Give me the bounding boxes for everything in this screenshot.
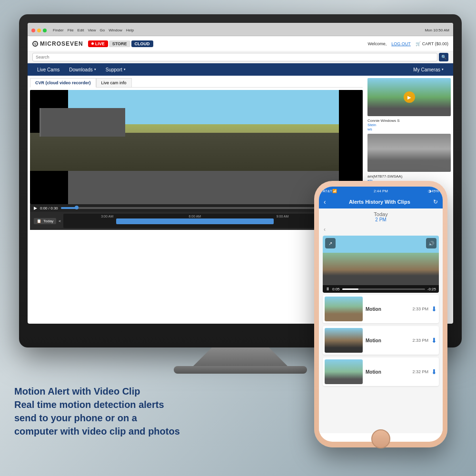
browser-dots	[31, 29, 47, 32]
clip-progress[interactable]	[342, 288, 425, 290]
timeline-area: 📋 Today < 3:00 AM 6:00 AM 9:00 AM HR	[30, 212, 363, 230]
live-label: LIVE	[95, 41, 105, 46]
volume-icon[interactable]: 🔊	[426, 238, 436, 248]
date-text: Today	[322, 211, 440, 217]
alert-row-top-2: Motion 2:32 PM	[366, 369, 428, 375]
marketing-text: Motion Alert with Video Clip Real time m…	[14, 385, 180, 438]
welcome-text: Welcome,	[367, 41, 387, 46]
logo-area: Q MICROSEVEN	[32, 40, 83, 47]
time-label-2: 9:00 AM	[277, 215, 289, 218]
cam-play-1[interactable]: ▶	[404, 91, 415, 103]
nav-row: ‹	[319, 225, 443, 234]
app-title: Alerts History With Clips	[349, 199, 410, 205]
minimize-dot[interactable]	[37, 29, 41, 32]
tab-cvr[interactable]: CVR (cloud video recorder)	[30, 78, 96, 88]
menu-help[interactable]: Help	[126, 28, 134, 32]
prev-chevron[interactable]: ‹	[324, 226, 326, 233]
video-clip-main[interactable]: ↗ 🔊 ⏸ 0:05 -0:25	[323, 236, 439, 293]
fullscreen-icon[interactable]: ↗	[325, 238, 336, 248]
monitor-stand	[193, 347, 288, 367]
nav-live-cams[interactable]: Live Cams	[32, 63, 64, 76]
nav-my-cameras-label: My Cameras	[413, 67, 440, 72]
phone-app-header: ‹ Alerts History With Clips ↻	[319, 195, 443, 208]
battery-level: 45%	[431, 189, 439, 193]
search-input[interactable]	[32, 53, 437, 61]
refresh-button[interactable]: ↻	[433, 198, 438, 205]
menu-go[interactable]: Go	[100, 28, 105, 32]
clip-scene	[323, 236, 439, 293]
alert-thumb-0	[325, 297, 363, 321]
back-button[interactable]: ‹	[324, 198, 326, 206]
nav-pills: LIVE STORE CLOUD	[88, 40, 153, 47]
logout-link[interactable]: LOG OUT	[391, 41, 411, 46]
alert-item-1[interactable]: Motion 2:33 PM ⬇	[323, 326, 439, 355]
menu-edit[interactable]: Edit	[78, 28, 84, 32]
train-car	[40, 108, 125, 137]
time-label-0: 3:00 AM	[101, 215, 113, 218]
alert-thumb-1	[325, 328, 363, 353]
live-dot	[91, 42, 94, 45]
nav-support[interactable]: Support ▾	[101, 63, 130, 76]
welcome-area: Welcome, LOG OUT 🛒 CART ($0.00)	[367, 41, 448, 46]
cam-thumb-2[interactable]	[367, 134, 451, 172]
carrier-label: AT&T	[323, 189, 332, 193]
store-label: STORE	[112, 41, 127, 46]
download-button-1[interactable]: ⬇	[431, 337, 437, 344]
download-button-0[interactable]: ⬇	[431, 305, 437, 313]
marketing-line-1: Real time motion detection alerts	[14, 398, 180, 411]
nav-support-label: Support	[106, 67, 122, 72]
close-dot[interactable]	[31, 29, 35, 32]
cart-area[interactable]: 🛒 CART ($0.00)	[416, 41, 448, 46]
alert-item-2[interactable]: Motion 2:32 PM ⬇	[323, 357, 439, 386]
search-bar: 🔍	[28, 51, 453, 63]
alert-info-2: Motion 2:32 PM	[366, 369, 428, 375]
cam-name-2: am(M7B77-SWSAA)	[367, 174, 451, 178]
nav-downloads[interactable]: Downloads ▾	[64, 63, 100, 76]
alert-row-top-1: Motion 2:33 PM	[366, 338, 428, 343]
downloads-arrow-icon: ▾	[94, 68, 96, 71]
nav-my-cameras[interactable]: My Cameras ▾	[408, 63, 448, 76]
timeline-ruler[interactable]: 3:00 AM 6:00 AM 9:00 AM	[63, 214, 327, 228]
alert-type-1: Motion	[366, 338, 381, 343]
logo-icon: Q	[32, 41, 38, 47]
phone-screen: AT&T 📶 2:44 PM ◑ 45% ‹ Alerts History Wi…	[319, 187, 443, 442]
timeline-labels: 3:00 AM 6:00 AM 9:00 AM	[63, 215, 327, 218]
date-header: Today 2 PM	[319, 208, 443, 225]
video-player[interactable]	[30, 90, 363, 204]
alert-info-0: Motion 2:33 PM	[366, 307, 428, 312]
cloud-pill[interactable]: CLOUD	[131, 40, 153, 47]
clip-play-button[interactable]: ⏸	[326, 287, 330, 291]
alert-thumb-2	[325, 359, 363, 384]
logo-text: MICROSEVEN	[40, 40, 83, 47]
alert-info-1: Motion 2:33 PM	[366, 338, 428, 343]
phone-time: 2:44 PM	[374, 189, 388, 193]
phone-home-button[interactable]	[371, 429, 390, 448]
cam-thumb-1[interactable]: ▶	[367, 78, 451, 116]
nav-downloads-label: Downloads	[69, 67, 92, 72]
menu-window[interactable]: Window	[109, 28, 122, 32]
cam-status-1: ws	[367, 127, 451, 131]
site-topbar: Q MICROSEVEN LIVE STORE CLOUD Welcome, L…	[28, 36, 453, 51]
menu-finder[interactable]: Finder	[53, 28, 64, 32]
live-pill[interactable]: LIVE	[88, 40, 108, 47]
cam-info-1: Connie Windows S Stein ws	[367, 119, 451, 131]
progress-thumb	[75, 206, 79, 209]
maximize-dot[interactable]	[43, 29, 47, 32]
timeline-back[interactable]: <	[59, 219, 61, 223]
marketing-line-0: Motion Alert with Video Clip	[14, 385, 180, 398]
tab-live-cam-info[interactable]: Live cam info	[96, 78, 132, 87]
menu-view[interactable]: View	[88, 28, 96, 32]
my-cameras-arrow-icon: ▾	[442, 68, 444, 71]
search-button[interactable]: 🔍	[439, 53, 448, 61]
browser-menu: Finder File Edit View Go Window Help	[53, 28, 134, 32]
play-button[interactable]: ▶	[34, 206, 37, 210]
phone-content[interactable]: Today 2 PM ‹ ↗ 🔊 ⏸ 0:05 -0:25	[319, 208, 443, 433]
download-button-2[interactable]: ⬇	[431, 368, 437, 376]
clip-controls: ⏸ 0:05 -0:25	[323, 285, 439, 293]
store-pill[interactable]: STORE	[109, 40, 130, 47]
alert-item-0[interactable]: Motion 2:33 PM ⬇	[323, 295, 439, 323]
alert-type-2: Motion	[366, 369, 381, 375]
menu-file[interactable]: File	[68, 28, 74, 32]
calendar-icon: 📋	[37, 219, 41, 223]
alert-row-top-0: Motion 2:33 PM	[366, 307, 428, 312]
